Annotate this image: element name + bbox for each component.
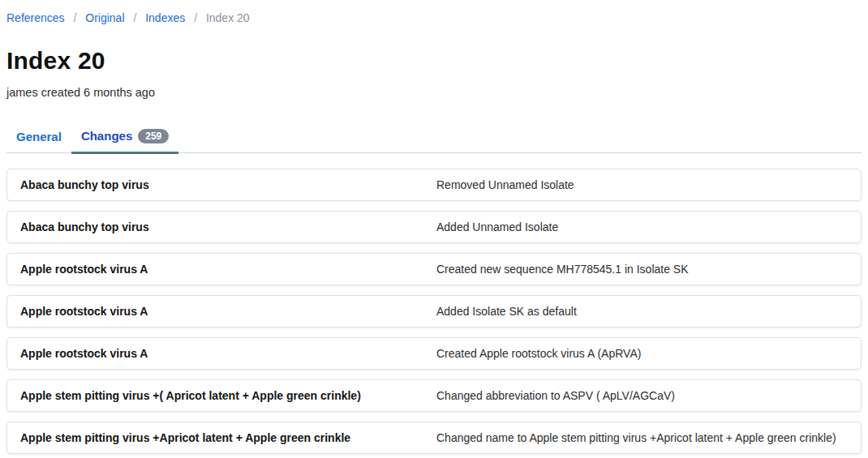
change-description: Changed name to Apple stem pitting virus… xyxy=(436,431,848,444)
change-otu-name: Abaca bunchy top virus xyxy=(20,178,436,191)
change-description: Created new sequence MH778545.1 in Isola… xyxy=(436,263,848,276)
change-row: Apple rootstock virus A Added Isolate SK… xyxy=(6,295,862,327)
created-attribution: james created 6 months ago xyxy=(6,86,862,99)
breadcrumb-separator: / xyxy=(194,11,197,24)
change-row: Apple rootstock virus A Created new sequ… xyxy=(6,253,862,285)
tab-general-label: General xyxy=(16,130,62,143)
breadcrumb: References / Original / Indexes / Index … xyxy=(6,0,862,25)
change-description: Added Isolate SK as default xyxy=(436,305,848,318)
tab-general[interactable]: General xyxy=(6,123,71,154)
change-row: Apple rootstock virus A Created Apple ro… xyxy=(6,337,862,370)
tab-changes[interactable]: Changes 259 xyxy=(71,122,178,154)
change-otu-name: Apple stem pitting virus +( Apricot late… xyxy=(20,389,436,402)
changes-count-badge: 259 xyxy=(138,129,169,143)
index-detail-page: References / Original / Indexes / Index … xyxy=(0,0,868,454)
change-otu-name: Abaca bunchy top virus xyxy=(20,220,436,233)
change-description: Removed Unnamed Isolate xyxy=(436,178,848,191)
tab-changes-label: Changes xyxy=(81,129,132,143)
change-description: Created Apple rootstock virus A (ApRVA) xyxy=(436,347,848,360)
change-row: Apple stem pitting virus +Apricot latent… xyxy=(6,422,862,454)
change-row: Abaca bunchy top virus Removed Unnamed I… xyxy=(6,169,862,201)
change-otu-name: Apple rootstock virus A xyxy=(20,263,436,276)
change-description: Changed abbreviation to ASPV ( ApLV/AGCa… xyxy=(436,389,848,402)
breadcrumb-separator: / xyxy=(73,11,76,24)
breadcrumb-link-original[interactable]: Original xyxy=(85,11,124,24)
change-list: Abaca bunchy top virus Removed Unnamed I… xyxy=(6,169,862,454)
breadcrumb-separator: / xyxy=(133,11,136,24)
tab-bar: General Changes 259 xyxy=(6,122,862,153)
change-row: Apple stem pitting virus +( Apricot late… xyxy=(6,379,862,412)
change-otu-name: Apple stem pitting virus +Apricot latent… xyxy=(20,431,436,444)
breadcrumb-link-references[interactable]: References xyxy=(6,11,65,24)
page-title: Index 20 xyxy=(6,47,862,75)
change-otu-name: Apple rootstock virus A xyxy=(20,305,436,318)
breadcrumb-current-index: Index 20 xyxy=(206,11,250,24)
change-row: Abaca bunchy top virus Added Unnamed Iso… xyxy=(6,211,862,243)
change-description: Added Unnamed Isolate xyxy=(436,220,848,233)
breadcrumb-link-indexes[interactable]: Indexes xyxy=(145,11,185,24)
change-otu-name: Apple rootstock virus A xyxy=(20,347,436,360)
